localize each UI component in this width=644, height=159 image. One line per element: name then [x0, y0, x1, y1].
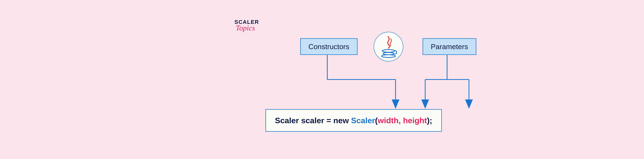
java-icon — [379, 35, 398, 58]
code-constructor: Scaler — [351, 116, 375, 125]
code-params: width, height — [378, 116, 427, 125]
scaler-logo: SCALER Topics — [234, 19, 259, 32]
svg-point-0 — [382, 50, 395, 52]
constructors-label-box: Constructors — [300, 38, 358, 55]
code-prefix: Scaler scaler = new — [275, 116, 351, 125]
parameters-label-box: Parameters — [422, 38, 476, 55]
java-logo-circle — [374, 32, 403, 62]
code-statement-box: Scaler scaler = new Scaler(width, height… — [266, 109, 442, 132]
diagram-canvas: SCALER Topics Constructors Parameters — [206, 15, 567, 144]
parameters-label: Parameters — [431, 42, 468, 51]
constructors-label: Constructors — [308, 42, 349, 51]
svg-point-2 — [382, 55, 396, 58]
code-close-paren: ) — [427, 116, 430, 125]
code-open-paren: ( — [375, 116, 378, 125]
code-semicolon: ; — [430, 116, 432, 125]
